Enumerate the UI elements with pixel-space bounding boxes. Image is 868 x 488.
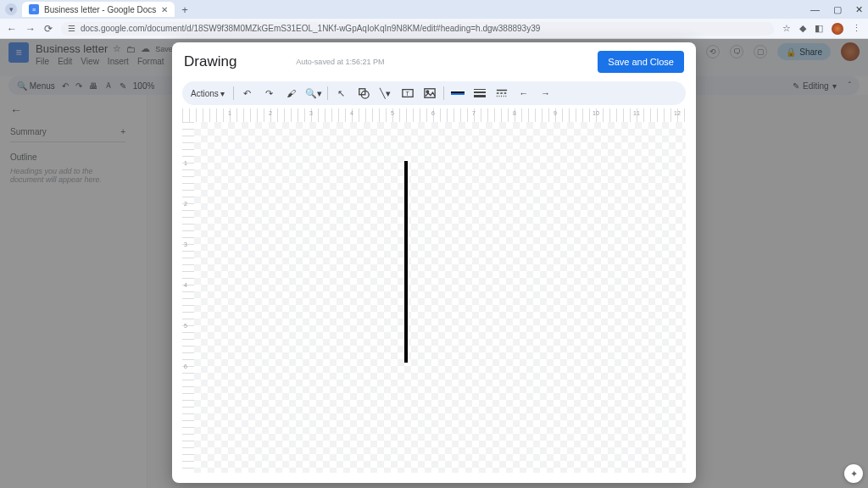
chevron-down-icon: ▾ — [220, 89, 225, 98]
tab-close-icon[interactable]: ✕ — [161, 5, 168, 14]
horizontal-ruler: 1 2 3 4 5 6 7 8 9 10 11 12 — [182, 108, 686, 122]
line-color-button[interactable] — [449, 85, 466, 102]
svg-text:T: T — [405, 91, 409, 97]
bookmark-icon[interactable]: ☆ — [782, 23, 791, 34]
docs-favicon: ≡ — [29, 4, 39, 14]
url-field[interactable]: ☰ docs.google.com/document/d/18SW9f38M0M… — [61, 22, 774, 36]
image-tool-icon[interactable] — [421, 85, 438, 102]
extensions-icon[interactable]: ◆ — [799, 23, 806, 34]
line-dash-button[interactable] — [493, 85, 510, 102]
browser-address-bar: ← → ⟳ ☰ docs.google.com/document/d/18SW9… — [0, 19, 868, 39]
shape-tool-icon[interactable] — [355, 85, 372, 102]
window-maximize-button[interactable]: ▢ — [833, 4, 842, 15]
browser-tab[interactable]: ≡ Business letter - Google Docs ✕ — [22, 2, 175, 17]
modal-title: Drawing — [184, 53, 236, 70]
line-tool-icon[interactable]: ╲▾ — [377, 85, 394, 102]
window-minimize-button[interactable]: — — [810, 4, 820, 15]
textbox-tool-icon[interactable]: T — [399, 85, 416, 102]
line-shape[interactable] — [404, 161, 408, 363]
nav-reload-icon[interactable]: ⟳ — [44, 23, 53, 35]
new-tab-button[interactable]: + — [181, 3, 188, 16]
zoom-menu[interactable]: 🔍▾ — [305, 85, 322, 102]
save-and-close-button[interactable]: Save and Close — [598, 51, 684, 73]
line-start-button[interactable]: ← — [515, 85, 532, 102]
drawing-modal: Drawing Auto-saved at 1:56:21 PM Save an… — [172, 42, 696, 483]
drawing-canvas[interactable] — [194, 122, 686, 473]
tab-title: Business letter - Google Docs — [44, 5, 156, 14]
line-weight-button[interactable] — [471, 85, 488, 102]
paint-format-icon[interactable]: 🖌 — [283, 85, 300, 102]
tab-search-icon[interactable]: ▾ — [5, 3, 17, 15]
vertical-ruler: 1 2 3 4 5 6 — [182, 122, 194, 473]
profile-avatar[interactable] — [832, 23, 843, 35]
undo-icon[interactable]: ↶ — [239, 85, 256, 102]
modal-scrim: Drawing Auto-saved at 1:56:21 PM Save an… — [0, 39, 868, 488]
drawing-toolbar: Actions▾ ↶ ↷ 🖌 🔍▾ ↖ ╲▾ T ← → — [182, 81, 686, 105]
browser-tabstrip: ▾ ≡ Business letter - Google Docs ✕ + — … — [0, 0, 868, 19]
redo-icon[interactable]: ↷ — [261, 85, 278, 102]
explore-fab[interactable]: ✦ — [844, 464, 863, 483]
actions-menu[interactable]: Actions▾ — [191, 89, 228, 98]
chrome-menu-icon[interactable]: ⋮ — [852, 23, 861, 34]
site-info-icon[interactable]: ☰ — [68, 24, 75, 33]
nav-back-icon[interactable]: ← — [7, 23, 17, 35]
select-tool-icon[interactable]: ↖ — [333, 85, 350, 102]
window-close-button[interactable]: ✕ — [855, 4, 863, 15]
nav-forward-icon[interactable]: → — [25, 23, 36, 35]
autosave-status: Auto-saved at 1:56:21 PM — [296, 58, 384, 66]
line-end-button[interactable]: → — [537, 85, 554, 102]
url-text: docs.google.com/document/d/18SW9f38M0MZk… — [81, 24, 540, 33]
side-panel-icon[interactable]: ◧ — [815, 23, 823, 34]
